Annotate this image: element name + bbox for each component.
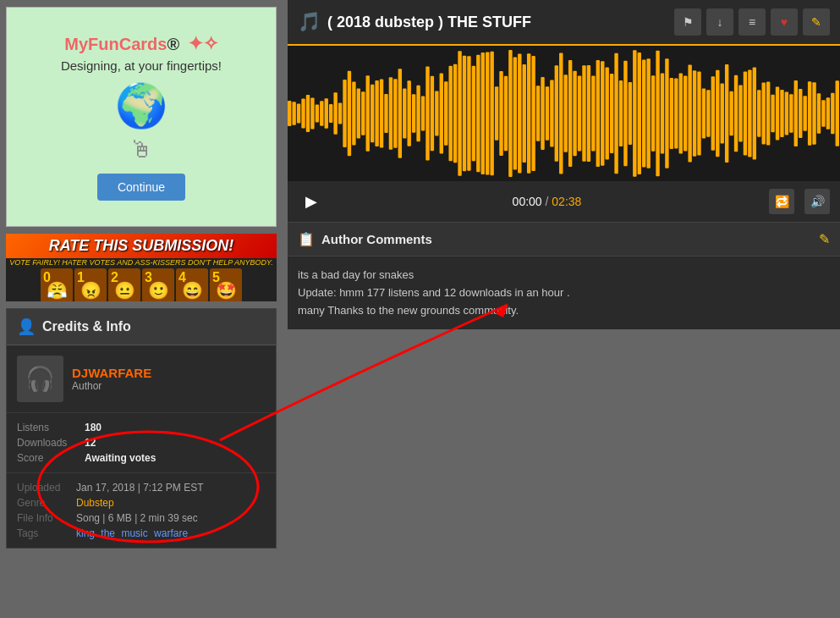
genre-value[interactable]: Dubstep <box>76 497 114 509</box>
svg-rect-43 <box>481 52 485 174</box>
svg-rect-120 <box>836 80 839 146</box>
rating-avatar-3[interactable]: 3 🙂 <box>142 268 174 301</box>
ad-logo: MyFunCards® ✦✧ <box>64 33 217 55</box>
svg-rect-108 <box>780 90 783 137</box>
svg-rect-18 <box>366 75 370 151</box>
listens-value: 180 <box>85 422 102 433</box>
svg-rect-51 <box>518 54 521 174</box>
svg-rect-3 <box>297 103 300 123</box>
svg-rect-80 <box>651 75 655 151</box>
svg-rect-118 <box>826 97 830 130</box>
heart-button[interactable]: ♥ <box>771 8 798 36</box>
svg-rect-42 <box>476 55 480 173</box>
rating-avatar-1[interactable]: 1 😠 <box>74 268 107 301</box>
svg-rect-15 <box>352 82 355 146</box>
svg-rect-85 <box>674 79 678 149</box>
edit-button[interactable]: ✎ <box>803 8 830 36</box>
waveform-svg[interactable] <box>288 46 840 181</box>
svg-rect-97 <box>729 91 733 136</box>
uploaded-value: Jan 17, 2018 | 7:12 PM EST <box>76 482 204 494</box>
svg-rect-63 <box>573 71 576 157</box>
score-stat: Score Awaiting votes <box>17 450 266 466</box>
svg-rect-28 <box>412 94 415 133</box>
author-info: DJWARFARE Author <box>72 366 266 392</box>
credits-section: 👤 Credits & Info 🎧 DJWARFARE Author List… <box>6 308 277 549</box>
tag-king[interactable]: king <box>76 527 95 539</box>
menu-button[interactable]: ≡ <box>738 8 766 36</box>
comment-line-1: its a bad day for snakes <box>298 267 830 284</box>
svg-rect-93 <box>711 76 715 150</box>
score-value: Awaiting votes <box>85 452 156 464</box>
rating-avatar-5[interactable]: 5 🤩 <box>210 268 242 301</box>
tag-the[interactable]: the <box>101 527 115 539</box>
svg-rect-104 <box>761 83 765 145</box>
svg-rect-71 <box>610 74 613 153</box>
fileinfo-label: File Info <box>17 512 76 524</box>
rating-avatar-4[interactable]: 4 😄 <box>176 268 208 301</box>
svg-rect-56 <box>541 77 544 150</box>
svg-rect-77 <box>638 52 641 174</box>
tag-music[interactable]: music <box>121 527 147 539</box>
svg-rect-117 <box>821 100 825 127</box>
rating-avatars: 0 😤 1 😠 2 😐 3 🙂 4 😄 5 🤩 <box>6 268 277 301</box>
svg-rect-2 <box>292 102 295 125</box>
svg-rect-84 <box>670 78 673 149</box>
svg-rect-30 <box>421 96 425 130</box>
ad-continue-button[interactable]: Continue <box>97 174 185 201</box>
player-controls: ▶ 00:00 / 02:38 🔁 🔊 <box>288 181 840 223</box>
comments-title: Author Comments <box>321 232 812 246</box>
svg-rect-31 <box>425 66 429 160</box>
svg-rect-82 <box>661 73 664 153</box>
svg-rect-13 <box>343 80 346 147</box>
volume-button[interactable]: 🔊 <box>804 189 830 214</box>
author-row: 🎧 DJWARFARE Author <box>7 345 276 413</box>
user-icon: 👤 <box>17 317 36 336</box>
svg-rect-74 <box>623 61 627 166</box>
credits-header: 👤 Credits & Info <box>7 309 276 345</box>
stats-row: Listens 180 Downloads 12 Score Awaiting … <box>7 413 276 473</box>
svg-rect-33 <box>435 91 438 136</box>
svg-rect-52 <box>523 64 526 163</box>
genre-meta: Genre Dubstep <box>17 495 266 510</box>
svg-rect-107 <box>776 86 779 140</box>
svg-rect-21 <box>380 79 383 147</box>
tags-value: king the music warfare <box>76 527 191 539</box>
svg-rect-16 <box>357 88 360 138</box>
mouse-icon: 🖱 <box>129 135 153 163</box>
svg-rect-79 <box>646 58 650 168</box>
svg-rect-88 <box>688 65 691 163</box>
svg-rect-54 <box>531 56 535 171</box>
waveform-container[interactable] <box>288 46 840 181</box>
flag-button[interactable]: ⚑ <box>674 8 701 36</box>
svg-rect-44 <box>486 52 489 174</box>
svg-rect-90 <box>697 71 700 155</box>
loop-button[interactable]: 🔁 <box>769 189 794 214</box>
author-name[interactable]: DJWARFARE <box>72 366 266 380</box>
uploaded-meta: Uploaded Jan 17, 2018 | 7:12 PM EST <box>17 480 266 495</box>
svg-rect-105 <box>766 82 770 146</box>
download-button[interactable]: ↓ <box>706 8 733 36</box>
downloads-value: 12 <box>85 437 96 449</box>
svg-rect-47 <box>499 71 502 156</box>
svg-rect-9 <box>325 98 328 128</box>
svg-rect-59 <box>555 65 558 161</box>
svg-rect-39 <box>463 56 466 172</box>
svg-rect-57 <box>546 86 549 140</box>
svg-rect-116 <box>817 93 821 134</box>
time-current: 00:00 <box>513 195 542 208</box>
svg-rect-102 <box>753 67 756 159</box>
rating-avatar-2[interactable]: 2 😐 <box>108 268 140 301</box>
downloads-label: Downloads <box>17 437 85 449</box>
comments-header: 📋 Author Comments ✎ <box>288 223 840 257</box>
svg-rect-35 <box>444 81 447 146</box>
comments-edit-button[interactable]: ✎ <box>819 231 830 247</box>
rating-avatar-0[interactable]: 0 😤 <box>41 268 73 301</box>
svg-rect-62 <box>568 60 572 167</box>
svg-rect-115 <box>812 82 815 144</box>
tag-warfare[interactable]: warfare <box>154 527 188 539</box>
play-button[interactable]: ▶ <box>298 188 325 215</box>
time-display: 00:00 / 02:38 <box>335 195 759 208</box>
svg-rect-32 <box>431 76 434 151</box>
svg-rect-72 <box>614 53 618 174</box>
svg-rect-87 <box>684 75 687 151</box>
